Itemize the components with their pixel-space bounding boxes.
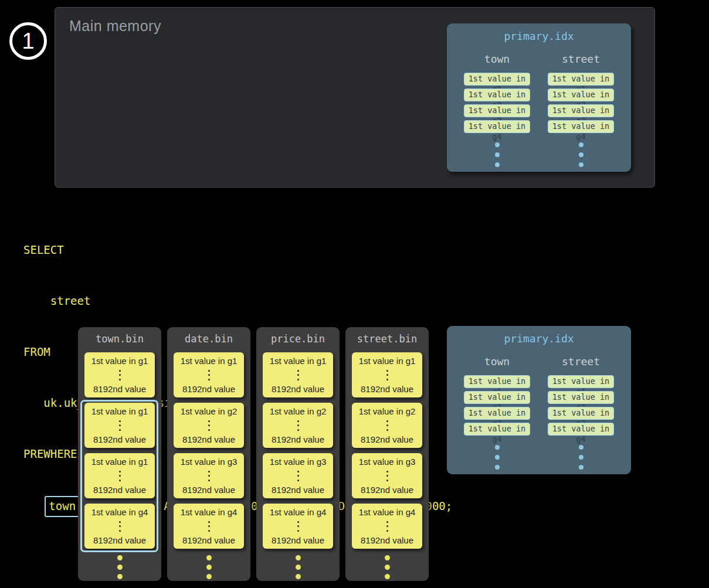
- vertical-ellipsis-icon: [296, 555, 301, 579]
- primary-idx-title: primary.idx: [504, 30, 574, 42]
- idx-column-header: street: [562, 355, 600, 368]
- idx-column-town: town 1st value in g1 1st value in g2 1st…: [455, 355, 539, 470]
- granule-block: 1st value in g1 8192nd value: [263, 352, 333, 397]
- granule-first-value: 1st value in g1: [91, 457, 148, 467]
- idx-column-header: town: [484, 53, 510, 65]
- diagram-canvas: { "badge": { "label": "1" }, "main_memor…: [0, 0, 709, 588]
- granule-last-value: 8192nd value: [182, 434, 235, 444]
- granule-first-value: 1st value in g2: [270, 406, 327, 416]
- idx-entry: 1st value in g4: [548, 120, 614, 133]
- granule-block: 1st value in g4 8192nd value: [263, 504, 333, 549]
- granule-last-value: 8192nd value: [361, 485, 413, 495]
- idx-entry: 1st value in g1: [548, 73, 614, 86]
- granule-block: 1st value in g1 8192nd value: [84, 453, 155, 498]
- granule-first-value: 1st value in g1: [181, 356, 238, 366]
- primary-idx-columns: town 1st value in g1 1st value in g2 1st…: [447, 355, 631, 470]
- bin-column-town: town.bin 1st value in g1 8192nd value 1s…: [78, 327, 161, 581]
- vertical-ellipsis-icon: [297, 420, 299, 431]
- granule-first-value: 1st value in g3: [359, 457, 416, 467]
- vertical-ellipsis-icon: [119, 370, 121, 380]
- bin-title: price.bin: [271, 333, 325, 347]
- idx-entry: 1st value in g1: [548, 375, 614, 388]
- primary-idx-title: primary.idx: [504, 332, 574, 345]
- idx-entry: 1st value in g3: [464, 407, 530, 420]
- granule-block: 1st value in g4 8192nd value: [352, 504, 422, 549]
- idx-entry: 1st value in g2: [548, 391, 614, 404]
- sql-indent: [23, 498, 43, 515]
- bin-column-date: date.bin 1st value in g1 8192nd value 1s…: [167, 327, 250, 581]
- vertical-ellipsis-icon: [495, 142, 500, 167]
- granule-block: 1st value in g3 8192nd value: [174, 453, 244, 498]
- primary-idx-panel-memory: primary.idx town 1st value in g1 1st val…: [447, 23, 631, 172]
- vertical-ellipsis-icon: [386, 370, 388, 380]
- idx-entry: 1st value in g1: [464, 73, 530, 86]
- granule-block: 1st value in g2 8192nd value: [263, 403, 333, 448]
- granule-block: 1st value in g2 8192nd value: [174, 403, 244, 448]
- granule-last-value: 8192nd value: [93, 535, 146, 545]
- vertical-ellipsis-icon: [297, 521, 299, 532]
- granule-last-value: 8192nd value: [182, 535, 235, 545]
- sql-line: SELECT: [23, 242, 452, 259]
- granule-first-value: 1st value in g3: [270, 457, 327, 467]
- granule-last-value: 8192nd value: [361, 434, 413, 444]
- idx-entry: 1st value in g3: [464, 104, 530, 117]
- idx-entry: 1st value in g2: [464, 89, 530, 101]
- granule-last-value: 8192nd value: [93, 485, 146, 495]
- idx-entry: 1st value in g3: [548, 104, 614, 117]
- vertical-ellipsis-icon: [119, 471, 121, 481]
- idx-column-header: street: [562, 53, 600, 65]
- idx-column-header: town: [484, 355, 510, 368]
- granule-block: 1st value in g1 8192nd value: [174, 352, 244, 397]
- primary-idx-columns: town 1st value in g1 1st value in g2 1st…: [447, 53, 631, 167]
- idx-column-street: street 1st value in g1 1st value in g2 1…: [539, 53, 623, 167]
- vertical-ellipsis-icon: [208, 420, 210, 431]
- step-number: 1: [22, 29, 34, 54]
- granule-last-value: 8192nd value: [272, 535, 324, 545]
- vertical-ellipsis-icon: [386, 420, 388, 431]
- vertical-ellipsis-icon: [579, 142, 584, 167]
- granule-first-value: 1st value in g1: [359, 356, 416, 366]
- vertical-ellipsis-icon: [386, 521, 388, 532]
- idx-column-town: town 1st value in g1 1st value in g2 1st…: [455, 53, 539, 167]
- granule-last-value: 8192nd value: [361, 384, 413, 394]
- granule-first-value: 1st value in g4: [270, 507, 327, 517]
- idx-entry: 1st value in g2: [548, 89, 614, 101]
- granule-first-value: 1st value in g3: [181, 457, 238, 467]
- granule-first-value: 1st value in g4: [359, 507, 416, 517]
- idx-entry: 1st value in g1: [464, 375, 530, 388]
- granule-last-value: 8192nd value: [272, 384, 324, 394]
- granule-block: 1st value in g2 8192nd value: [352, 403, 422, 448]
- main-memory-title: Main memory: [69, 18, 161, 35]
- granule-block: 1st value in g4 8192nd value: [84, 504, 155, 549]
- granule-last-value: 8192nd value: [361, 535, 413, 545]
- idx-entry: 1st value in g4: [464, 120, 530, 133]
- granule-first-value: 1st value in g1: [91, 356, 148, 366]
- bin-column-price: price.bin 1st value in g1 8192nd value 1…: [256, 327, 340, 581]
- vertical-ellipsis-icon: [385, 555, 390, 579]
- granule-block: 1st value in g1 8192nd value: [84, 352, 155, 397]
- granule-last-value: 8192nd value: [93, 384, 146, 394]
- vertical-ellipsis-icon: [119, 521, 121, 532]
- vertical-ellipsis-icon: [208, 521, 210, 532]
- bin-column-street: street.bin 1st value in g1 8192nd value …: [345, 327, 429, 581]
- granule-block: 1st value in g3 8192nd value: [352, 453, 422, 498]
- granule-last-value: 8192nd value: [272, 434, 324, 444]
- vertical-ellipsis-icon: [297, 471, 299, 481]
- vertical-ellipsis-icon: [386, 471, 388, 481]
- bin-title: date.bin: [185, 333, 233, 347]
- vertical-ellipsis-icon: [208, 370, 210, 380]
- bin-title: town.bin: [96, 333, 144, 347]
- granule-block: 1st value in g3 8192nd value: [263, 453, 333, 498]
- vertical-ellipsis-icon: [495, 445, 500, 470]
- granule-block: 1st value in g1 8192nd value: [352, 352, 422, 397]
- vertical-ellipsis-icon: [206, 555, 212, 579]
- idx-entry: 1st value in g4: [464, 423, 530, 436]
- granule-first-value: 1st value in g2: [359, 406, 416, 416]
- granule-last-value: 8192nd value: [182, 485, 235, 495]
- granule-first-value: 1st value in g2: [181, 406, 238, 416]
- idx-entry: 1st value in g2: [464, 391, 530, 404]
- granule-first-value: 1st value in g4: [181, 507, 238, 517]
- granule-last-value: 8192nd value: [272, 485, 324, 495]
- primary-idx-panel-disk: primary.idx town 1st value in g1 1st val…: [447, 326, 631, 474]
- granule-first-value: 1st value in g4: [91, 507, 148, 517]
